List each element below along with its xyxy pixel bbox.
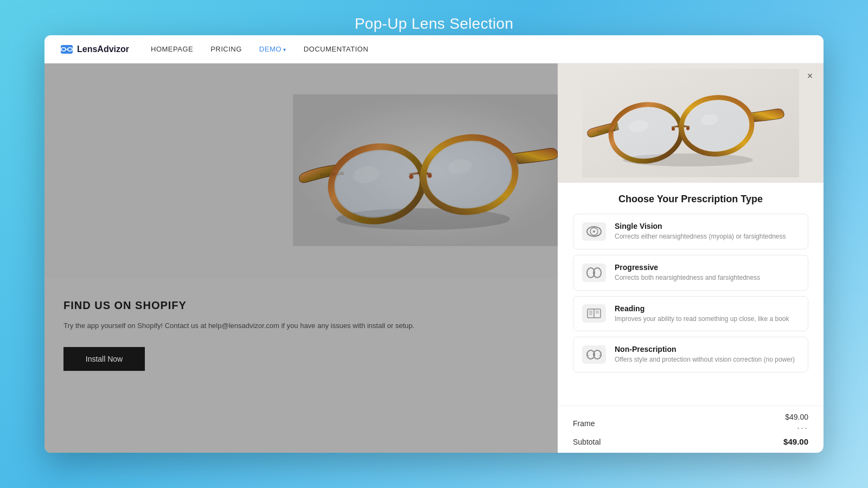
price-dots: ··· <box>797 422 808 434</box>
reading-icon <box>582 304 606 323</box>
browser-window: LensAdvizor HOMEPAGE PRICING DEMO DOCUME… <box>44 35 824 453</box>
nav-demo[interactable]: DEMO <box>259 45 286 53</box>
modal-close-button[interactable]: × <box>804 70 816 82</box>
modal-body: Choose Your Prescription Type Single Vis… <box>558 183 824 406</box>
modal-product-image: RXO 56-145 <box>558 63 824 183</box>
nav-bar: LensAdvizor HOMEPAGE PRICING DEMO DOCUME… <box>44 35 824 63</box>
subtotal-row: Subtotal $49.00 <box>573 437 808 446</box>
nav-homepage[interactable]: HOMEPAGE <box>151 45 193 53</box>
reading-text: Reading Improves your ability to read so… <box>615 304 789 324</box>
frame-price-row: Frame $49.00 ··· <box>573 413 808 434</box>
nav-pricing[interactable]: PRICING <box>210 45 242 53</box>
svg-point-31 <box>686 127 690 130</box>
single-vision-icon <box>582 222 606 241</box>
subtotal-price: $49.00 <box>783 437 808 446</box>
option-progressive[interactable]: Progressive Corrects both nearsightednes… <box>573 255 808 291</box>
svg-rect-1 <box>68 48 72 51</box>
option-non-prescription[interactable]: Non-Prescription Offers style and protec… <box>573 337 808 373</box>
modal-panel: × <box>558 63 824 453</box>
option-single-vision[interactable]: Single Vision Corrects either nearsighte… <box>573 214 808 249</box>
website-content: RXO 56-145 FIND US ON SHOPIFY Try the ap… <box>44 63 824 453</box>
logo-icon <box>61 45 73 54</box>
modal-glasses-illustration: RXO 56-145 <box>582 69 799 177</box>
svg-point-30 <box>672 127 675 131</box>
svg-point-35 <box>593 230 595 233</box>
non-prescription-text: Non-Prescription Offers style and protec… <box>615 345 795 364</box>
modal-footer: Frame $49.00 ··· Subtotal $49.00 <box>558 406 824 453</box>
subtotal-label: Subtotal <box>573 438 601 446</box>
non-prescription-icon <box>582 345 606 364</box>
progressive-icon <box>582 264 606 282</box>
nav-links: HOMEPAGE PRICING DEMO DOCUMENTATION <box>151 45 807 53</box>
page-title: Pop-Up Lens Selection <box>0 15 868 33</box>
frame-price: $49.00 <box>785 413 808 421</box>
svg-rect-0 <box>61 48 66 51</box>
frame-label: Frame <box>573 419 595 428</box>
nav-logo: LensAdvizor <box>61 44 129 54</box>
nav-documentation[interactable]: DOCUMENTATION <box>304 45 368 53</box>
option-reading[interactable]: Reading Improves your ability to read so… <box>573 296 808 332</box>
progressive-text: Progressive Corrects both nearsightednes… <box>615 263 760 282</box>
modal-title: Choose Your Prescription Type <box>573 183 808 214</box>
single-vision-text: Single Vision Corrects either nearsighte… <box>615 222 786 241</box>
